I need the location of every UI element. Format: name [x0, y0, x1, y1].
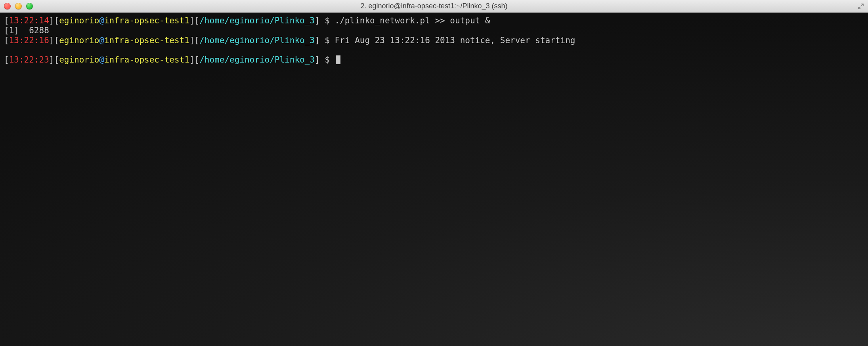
timestamp: 13:22:23	[9, 55, 49, 65]
terminal-line: [13:22:14][eginorio@infra-opsec-test1][/…	[4, 16, 864, 26]
terminal-line	[4, 45, 864, 55]
bracket-close: ]	[49, 36, 54, 45]
prompt-path: /home/eginorio/Plinko_3	[199, 16, 315, 25]
prompt-dollar: $	[320, 55, 335, 65]
bracket-close: ]	[315, 16, 320, 25]
prompt-user: eginorio	[59, 16, 99, 25]
minimize-button[interactable]	[15, 3, 22, 10]
prompt-user: eginorio	[59, 36, 99, 45]
bracket-close: ]	[189, 36, 195, 45]
bracket-open: [	[54, 16, 59, 25]
prompt-host: infra-opsec-test1	[104, 55, 189, 65]
bracket-open: [	[195, 16, 200, 25]
bracket-close: ]	[315, 36, 320, 45]
prompt-host: infra-opsec-test1	[104, 36, 189, 45]
bracket-open: [	[195, 55, 200, 65]
prompt-at: @	[99, 55, 104, 65]
terminal-line: [13:22:16][eginorio@infra-opsec-test1][/…	[4, 36, 864, 46]
bracket-close: ]	[189, 16, 195, 25]
bracket-open: [	[54, 36, 59, 45]
bracket-open: [	[195, 36, 200, 45]
window-title: 2. eginorio@infra-opsec-test1:~/Plinko_3…	[0, 2, 868, 10]
prompt-at: @	[99, 16, 104, 25]
timestamp: 13:22:16	[9, 36, 49, 45]
close-button[interactable]	[4, 3, 11, 10]
prompt-at: @	[99, 36, 104, 45]
titlebar: 2. eginorio@infra-opsec-test1:~/Plinko_3…	[0, 0, 868, 13]
prompt-host: infra-opsec-test1	[104, 16, 189, 25]
prompt-path: /home/eginorio/Plinko_3	[199, 36, 315, 45]
prompt-dollar: $	[320, 16, 335, 25]
bracket-close: ]	[315, 55, 320, 65]
bracket-close: ]	[49, 16, 54, 25]
bracket-open: [	[4, 36, 9, 45]
terminal-window: 2. eginorio@infra-opsec-test1:~/Plinko_3…	[0, 0, 868, 346]
bracket-close: ]	[49, 55, 54, 65]
prompt-dollar: $	[320, 36, 335, 45]
command-text: Fri Aug 23 13:22:16 2013 notice, Server …	[335, 36, 575, 45]
terminal-line: [1] 6288	[4, 26, 864, 36]
bracket-open: [	[4, 55, 9, 65]
timestamp: 13:22:14	[9, 16, 49, 25]
output-text: [1] 6288	[4, 26, 49, 35]
bracket-close: ]	[189, 55, 195, 65]
terminal-body[interactable]: [13:22:14][eginorio@infra-opsec-test1][/…	[0, 13, 868, 346]
prompt-path: /home/eginorio/Plinko_3	[199, 55, 315, 65]
bracket-open: [	[4, 16, 9, 25]
cursor	[336, 55, 340, 64]
traffic-lights	[4, 3, 33, 10]
terminal-line: [13:22:23][eginorio@infra-opsec-test1][/…	[4, 55, 864, 65]
command-text: ./plinko_network.pl >> output &	[335, 16, 490, 25]
bracket-open: [	[54, 55, 59, 65]
fullscreen-icon[interactable]	[857, 2, 865, 10]
zoom-button[interactable]	[26, 3, 33, 10]
prompt-user: eginorio	[59, 55, 99, 65]
